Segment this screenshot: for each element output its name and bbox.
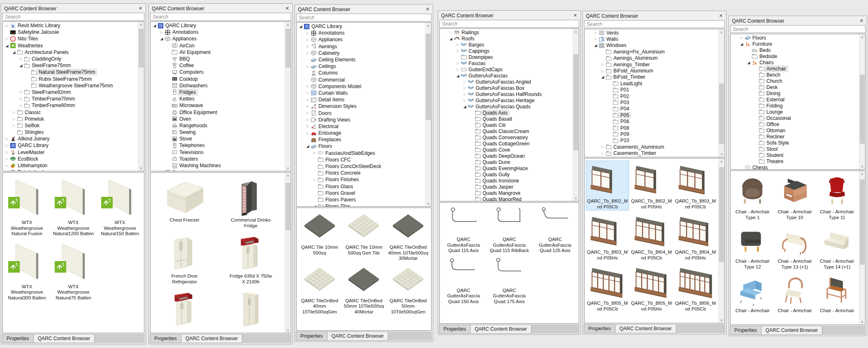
tree-item[interactable]: Microwave [151, 102, 285, 109]
tree-item[interactable]: Church [731, 78, 859, 84]
expander-icon[interactable]: ▷ [312, 178, 317, 182]
expander-icon[interactable]: ▷ [5, 144, 9, 147]
expander-icon[interactable]: ▷ [19, 57, 23, 61]
tree-item[interactable]: ▷GutterEndCaps [440, 66, 573, 72]
tree-item[interactable]: ▷Components Model [297, 83, 425, 90]
search-input[interactable] [2, 13, 144, 21]
scroll-down-icon[interactable]: ∨ [285, 165, 291, 171]
scrollbar-thumb[interactable] [285, 29, 290, 68]
tree-item[interactable]: ▷Drafting Views [297, 117, 425, 123]
tree-item[interactable]: Floors ConcOnSteelDeck [297, 163, 425, 170]
scrollbar-thumb[interactable] [860, 180, 865, 265]
tree-item[interactable]: P01 [585, 87, 718, 93]
gallery-item[interactable]: QARC_Tb_Bf06_Mod P05Cb [674, 263, 717, 313]
tree-item[interactable]: Dishwashers [151, 82, 285, 89]
tree-item[interactable]: Kettles [151, 96, 285, 102]
close-icon[interactable]: ✕ [719, 13, 723, 19]
search-input[interactable] [296, 14, 432, 21]
expander-icon[interactable]: ▷ [448, 30, 453, 34]
tree-item[interactable]: Fridges [151, 89, 285, 96]
close-icon[interactable]: ✕ [139, 6, 142, 11]
gallery-item[interactable]: Chair - Armchair Type 13 (+1) [774, 222, 816, 271]
tree-item[interactable]: Office Equipment [151, 109, 285, 115]
tree-item[interactable]: ◢Furniture [731, 41, 859, 47]
tree-item[interactable]: Toasters [151, 156, 285, 162]
tree-item[interactable]: Floors Pavers [297, 196, 425, 203]
scrollbar-thumb[interactable] [860, 75, 865, 144]
tree-item[interactable]: Shingles [3, 129, 138, 135]
tree-item[interactable]: Chests [731, 164, 859, 169]
tree-item[interactable]: Fireplaces [297, 136, 425, 143]
tree-item[interactable]: P02 [585, 93, 718, 99]
expander-icon[interactable]: ▷ [600, 63, 605, 66]
tree-item[interactable]: ▷QARC Library [3, 142, 138, 149]
tab-qarc-content-browser[interactable]: QARC Content Browser [181, 334, 242, 343]
tree-item[interactable]: ◢GuttersAsFascias [440, 72, 573, 79]
expander-icon[interactable]: ▷ [305, 111, 310, 115]
tree-item[interactable]: ▷Annotations [297, 30, 425, 36]
scrollbar-thumb[interactable] [139, 29, 144, 68]
expander-icon[interactable]: ▷ [12, 110, 16, 114]
tab-properties[interactable]: Properties [150, 334, 181, 343]
tree-item[interactable]: ▷Peter's Locker [3, 169, 138, 171]
close-icon[interactable]: ✕ [285, 6, 289, 11]
tree-item[interactable]: ▷CladdingOnly [3, 56, 138, 62]
scrollbar-track[interactable] [859, 40, 865, 163]
tab-qarc-content-browser[interactable]: QARC Content Browser [471, 325, 531, 334]
expander-icon[interactable]: ▷ [19, 90, 23, 94]
gallery-item[interactable]: Chair - Armchair [816, 272, 858, 315]
tree-item[interactable]: Quads CottageGreen [440, 140, 573, 147]
gallery-item[interactable]: QARC GutterAsFascia Quad 115 RibBack [487, 205, 531, 255]
tree-item[interactable]: Sewing [151, 129, 285, 135]
tree-item[interactable]: LeadLight [585, 80, 718, 86]
tree-item[interactable]: ▷Allkind Joinery [3, 135, 138, 142]
tree-item[interactable]: Quads Dune [440, 159, 573, 165]
tree-item[interactable]: Student [731, 152, 859, 158]
gallery-item[interactable]: QARC_Tb_Bf04_Mod P05Cb [630, 212, 673, 262]
expander-icon[interactable]: ▷ [600, 69, 605, 73]
tree-item[interactable]: Safetyline Jalousie [3, 29, 138, 35]
tree-item[interactable]: Floors Gravel [297, 190, 425, 196]
expander-icon[interactable]: ▷ [462, 86, 467, 90]
tree-item[interactable]: ◢Floors [297, 143, 425, 149]
expander-icon[interactable]: ▷ [12, 124, 16, 127]
tree-item[interactable]: Quads ClassicCream [440, 128, 573, 134]
tree-scrollbar[interactable]: ∧ ∨ [425, 23, 431, 206]
gallery-item[interactable]: Fridge 635d X 750w X 2100h [218, 231, 283, 285]
expander-icon[interactable]: ▷ [305, 38, 310, 42]
scrollbar-track[interactable] [285, 28, 291, 165]
tree-item[interactable]: AV Equipment [151, 49, 285, 56]
tree-item[interactable]: Sofa Style [731, 140, 859, 146]
expander-icon[interactable]: ◢ [746, 61, 751, 65]
scroll-up-icon[interactable]: ∧ [573, 29, 579, 35]
tree-item[interactable]: Quads ManorRed [440, 196, 573, 201]
tree-item[interactable]: ◢SteelFrame75mm [3, 62, 138, 69]
expander-icon[interactable]: ▷ [305, 51, 310, 55]
tree-item[interactable]: Rangehoods [151, 122, 285, 129]
tree-item[interactable]: Computers [151, 69, 285, 75]
tab-properties[interactable]: Properties [584, 324, 615, 333]
expander-icon[interactable]: ◢ [600, 75, 605, 79]
gallery-item[interactable]: Chair - Armchair [732, 272, 773, 315]
gallery-item[interactable]: QARC_Tb_Bf03_Mod P05Cb [674, 161, 717, 210]
tree-item[interactable]: ▷Selflok [3, 122, 138, 129]
expander-icon[interactable]: ▷ [305, 118, 310, 121]
scroll-down-icon[interactable]: ∨ [573, 195, 579, 201]
gallery-item[interactable]: QARC_Tb_Bf02_Mod P05Hs [630, 161, 673, 210]
gallery-item[interactable]: WTX Weathergroove Natural75 Batten [51, 239, 96, 302]
expander-icon[interactable]: ▷ [455, 43, 460, 47]
tree-item[interactable]: ▷GuttersAsFascias Box [440, 85, 573, 91]
tree-item[interactable]: ◢Architectural Panels [3, 49, 138, 56]
gallery-item[interactable]: QARC TileOnBed 40mm 10Tile500sqGen [298, 264, 341, 316]
tree-item[interactable]: P10 [585, 138, 718, 144]
tree-scrollbar[interactable]: ∧ ∨ [573, 29, 579, 201]
scroll-down-icon[interactable]: ∨ [859, 163, 865, 169]
tree-item[interactable]: Quads Cove [440, 147, 573, 153]
expander-icon[interactable]: ▷ [593, 31, 598, 35]
tree-item[interactable]: Quads Basalt [440, 116, 573, 122]
scroll-down-icon[interactable]: ∨ [425, 201, 431, 206]
tree-item[interactable]: Rubix SteelFrame75mm [3, 76, 138, 82]
expander-icon[interactable]: ◢ [298, 24, 303, 28]
gallery-scrollbar[interactable]: ∧ ∨ [859, 171, 865, 325]
expander-icon[interactable]: ▷ [5, 170, 9, 171]
